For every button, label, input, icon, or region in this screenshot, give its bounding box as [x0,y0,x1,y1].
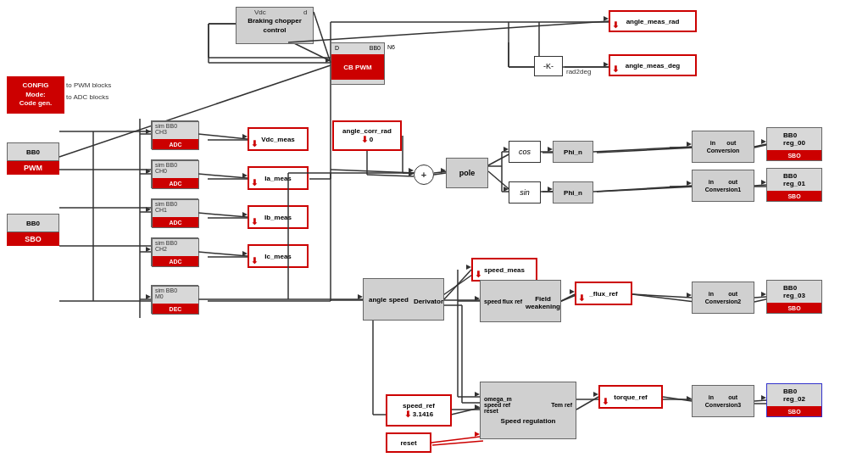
svg-line-87 [367,175,414,176]
config-block: CONFIG Mode: Code gen. [7,76,64,114]
ib-meas-label: Ib_meas [264,214,292,221]
reg02-block: BB0reg_02 SBO [766,383,822,417]
adc-ch2-block: sim BB0CH2 ADC [151,237,198,266]
bb0-config-block: BB0 SBO [7,214,59,246]
cos-block: cos [509,141,541,163]
braking-chopper-block: Braking chopper control [236,7,314,44]
field-weakening-block: speedflux ref Field weakening [480,280,561,322]
phi-n-1-block: Phi_n [553,141,593,163]
svg-line-75 [198,174,248,178]
svg-line-135 [663,397,692,401]
adc-ch1-block: sim BB0CH1 ADC [151,198,198,227]
svg-line-137 [754,400,766,401]
sum-block: + [414,165,434,185]
conversion1-block: inout Conversion1 [692,170,754,202]
svg-line-73 [198,134,248,139]
svg-line-28 [331,170,415,173]
conversion-block: inout Conversion [692,131,754,163]
field-weakening-label: Field weakening [526,295,560,310]
svg-line-111 [754,144,766,147]
svg-line-115 [444,270,471,299]
phi-n-2-block: Phi_n [553,181,593,204]
adc-ch3-block: sim BB0CH3 ADC [151,120,198,149]
svg-marker-85 [409,168,414,173]
pole-block: pole [446,158,488,188]
dec-m0-block: sim BB0M0 DEC [151,285,198,314]
speed-regulation-block: omega_m speed refTem ref reset Speed reg… [480,382,576,439]
vdc-meas-label: Vdc_meas [261,136,295,143]
svg-line-36 [597,148,695,153]
conversion2-block: inout Conversion2 [692,282,754,314]
derivator-block: anglespeed Derivator [363,278,444,321]
sin-label: sin [520,188,530,197]
svg-line-77 [198,213,248,217]
speed-ref-block: speed_ref ⬇ 3.1416 [386,394,452,427]
svg-line-46 [451,407,483,415]
svg-line-122 [632,294,692,298]
svg-line-47 [432,441,483,445]
angle-meas-deg-label: angle_meas_deg [626,62,680,70]
angle-meas-deg-block: ⬇ angle_meas_deg [609,54,697,76]
phi-n-2-label: Phi_n [564,189,582,197]
angle-corr-value: 0 [370,136,373,143]
svg-line-109 [593,186,692,192]
bb0-config-top-label: BB0 [26,220,40,227]
svg-line-37 [597,187,695,192]
conversion2-label: Conversion2 [705,298,741,304]
torque-ref-block: ⬇ torque_ref [598,385,663,409]
svg-line-44 [632,294,695,302]
k-label: -K- [543,62,554,70]
ia-meas-block: ⬇ Ia_meas [248,166,309,190]
reset-label: reset [400,439,416,447]
speed-meas-block: ⬇ speed_meas [471,258,537,282]
speed-ref-value: 3.1416 [413,410,433,418]
svg-line-143 [314,12,331,63]
bb0-pwm-block: BB0 PWM [7,142,59,175]
braking-chopper-label: Braking chopper control [248,16,302,35]
svg-line-40 [441,273,475,297]
ia-meas-label: Ia_meas [264,175,292,182]
svg-line-95 [434,173,446,175]
svg-line-124 [754,297,766,298]
ic-meas-label: Ic_meas [264,253,292,260]
conversion1-label: Conversion1 [705,187,741,192]
svg-line-107 [593,147,692,152]
svg-line-113 [754,185,766,186]
torque-ref-label: torque_ref [614,393,648,401]
cos-label: cos [519,148,531,156]
bb0-config-bot-label: SBO [25,235,42,243]
conversion3-label: Conversion3 [705,402,741,408]
conversion3-block: inout Conversion3 [692,385,754,417]
reg01-block: BB0reg_01 SBO [766,168,822,202]
speed-meas-label: speed_meas [484,266,525,274]
adc-ch0-block: sim BB0CH0 ADC [151,159,198,188]
svg-line-131 [431,437,480,443]
derivator-label: Derivator [414,298,443,305]
ib-meas-block: ⬇ Ib_meas [248,205,309,229]
svg-line-133 [576,397,598,410]
angle-corr-block: angle_corr_rad ⬇ 0 [332,120,402,151]
speed-regulation-label: Speed regulation [501,417,556,425]
n6-label: N6 [387,44,395,50]
d-label: d [303,8,307,16]
to-adc-label: to ADC blocks [66,93,108,101]
rad2deg-label: rad2deg [566,68,591,75]
reg03-block: BB0reg_03 SBO [766,280,822,314]
config-label: CONFIG Mode: Code gen. [19,81,53,108]
reset-block: reset [386,432,431,453]
ic-meas-block: ⬇ Ic_meas [248,244,309,268]
bb0-pwm-bot-label: PWM [24,164,42,172]
to-pwm-label: to PWM blocks [66,81,111,89]
reg00-block: BB0reg_00 SBO [766,127,822,161]
cb-pwm-block: DBB0 CB PWM N6 [331,42,385,85]
angle-corr-label: angle_corr_rad [342,127,392,135]
phi-n-1-label: Phi_n [564,148,582,156]
conversion-label: Conversion [707,148,740,153]
vdc-label: Vdc [254,8,266,16]
angle-meas-rad-block: ⬇ angle_meas_rad [609,10,697,32]
pole-label: pole [459,169,476,177]
flux-ref-label: _flux_ref [589,290,617,298]
cb-pwm-label: CB PWM [343,64,371,71]
svg-line-79 [198,252,248,256]
k-block: -K- [534,56,563,76]
